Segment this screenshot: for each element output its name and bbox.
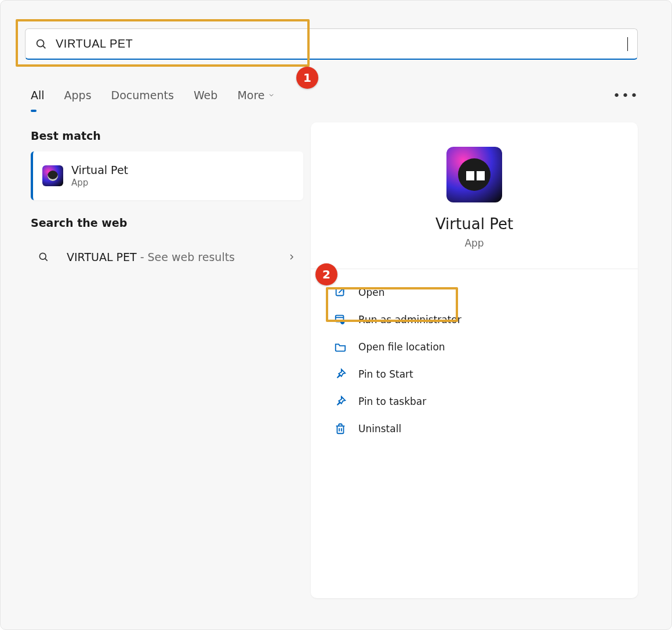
svg-point-0 [37,39,44,46]
search-window: All Apps Documents Web More ••• Best mat… [0,0,672,630]
best-match-result[interactable]: Virtual Pet App [31,151,303,200]
tab-apps[interactable]: Apps [64,85,92,105]
pin-icon [334,368,347,381]
action-uninstall[interactable]: Uninstall [329,415,619,442]
more-options-button[interactable]: ••• [613,88,639,103]
search-icon [35,38,48,50]
divider [311,269,638,269]
tab-more[interactable]: More [237,85,275,105]
svg-line-1 [43,45,45,48]
search-icon [38,251,49,263]
search-bar-wrapper [25,28,638,60]
action-label: Pin to Start [358,368,413,380]
annotation-badge-2: 2 [315,263,337,285]
web-search-suffix: - See web results [137,251,235,263]
open-icon [334,286,347,299]
shield-window-icon [334,313,347,326]
svg-point-2 [39,253,46,259]
tab-all[interactable]: All [31,85,45,105]
chevron-down-icon [268,92,275,99]
best-match-subtitle: App [71,178,128,188]
web-search-row[interactable]: VIRTUAL PET - See web results [31,238,303,276]
pin-icon [334,395,347,408]
web-search-label: VIRTUAL PET - See web results [67,251,235,263]
tab-more-label: More [237,89,264,102]
svg-line-5 [339,288,343,292]
action-list: Open Run as administrator Open file loca… [329,278,619,442]
trash-icon [334,422,347,435]
svg-line-3 [45,259,48,261]
chevron-right-icon [287,252,296,262]
search-input[interactable] [56,37,632,50]
best-match-heading: Best match [31,129,303,142]
preview-title: Virtual Pet [329,215,619,233]
preview-panel: Virtual Pet App Open Run as administrato… [311,122,638,598]
results-column: Best match Virtual Pet App Search the we… [31,129,303,276]
best-match-title: Virtual Pet [71,164,128,178]
action-label: Open file location [358,341,445,353]
action-run-as-admin[interactable]: Run as administrator [329,306,619,333]
action-label: Run as administrator [358,314,462,325]
action-label: Uninstall [358,423,401,435]
action-pin-to-taskbar[interactable]: Pin to taskbar [329,388,619,415]
filter-tabs: All Apps Documents Web More ••• [31,82,639,108]
action-open-file-location[interactable]: Open file location [329,333,619,360]
search-web-heading: Search the web [31,216,303,229]
tab-documents[interactable]: Documents [111,85,174,105]
action-label: Pin to taskbar [358,396,426,407]
search-bar[interactable] [25,28,638,60]
annotation-badge-1: 1 [296,67,318,89]
folder-icon [334,341,347,353]
best-match-text: Virtual Pet App [71,164,128,188]
preview-subtitle: App [329,237,619,249]
text-caret [627,37,628,51]
action-pin-to-start[interactable]: Pin to Start [329,360,619,388]
action-label: Open [358,287,384,298]
action-open[interactable]: Open [329,278,619,306]
web-search-query: VIRTUAL PET [67,251,137,263]
app-icon-large [446,147,502,202]
app-icon-small [42,165,63,186]
tab-web[interactable]: Web [194,85,217,105]
